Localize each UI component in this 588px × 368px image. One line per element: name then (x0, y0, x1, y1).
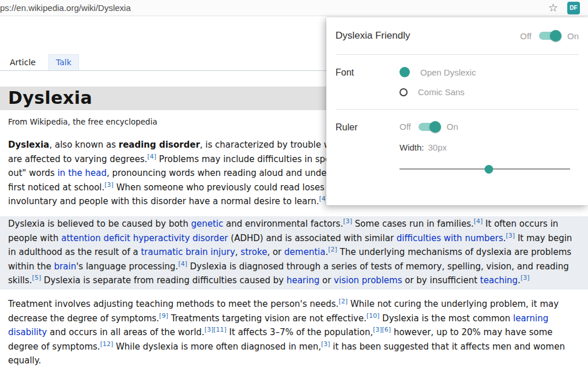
toggle-knob[interactable] (550, 30, 561, 42)
text-run: It affects 3–7% of the population, (227, 327, 373, 337)
ruler-toggle-switch[interactable] (419, 123, 439, 131)
wiki-link[interactable]: difficulties with numbers (397, 233, 503, 243)
ruler-toggle-off-label: Off (399, 122, 411, 132)
popup-header: Dyslexia Friendly Off On (336, 17, 579, 54)
font-section: Font Open DyslexicComic Sans (336, 55, 579, 109)
text-run: 's language processing. (76, 261, 178, 272)
reference-link[interactable]: [9] (159, 312, 168, 320)
reference-link[interactable]: [5] (32, 274, 42, 281)
master-toggle-off-label: Off (520, 31, 532, 41)
toggle-knob[interactable] (429, 121, 441, 133)
wiki-link[interactable]: genetic (191, 219, 223, 229)
ruler-section-label: Ruler (336, 122, 399, 174)
reference-link[interactable]: [3] (373, 326, 382, 333)
font-options: Open DyslexicComic Sans (399, 67, 476, 97)
wiki-link[interactable]: traumatic brain injury (141, 247, 235, 257)
reference-link[interactable]: [2] (328, 246, 337, 253)
ruler-controls: Off On Width:30px (399, 122, 579, 174)
font-option-comic-sans[interactable]: Comic Sans (399, 87, 476, 97)
text-run: and occurs in all areas of the world. (47, 327, 204, 337)
ruler-width-label: Width:30px (399, 142, 579, 152)
wiki-link[interactable]: stroke (240, 247, 267, 257)
master-toggle-group: Off On (520, 31, 579, 41)
ruler-section: Ruler Off On Width:30px (336, 110, 579, 186)
master-toggle-switch[interactable] (539, 32, 560, 40)
bookmark-star-icon[interactable]: ☆ (548, 2, 558, 13)
article-paragraph: Dyslexia is believed to be caused by bot… (0, 216, 588, 290)
wiki-link[interactable]: brain (54, 261, 77, 272)
text-run: Some cases run in families. (352, 219, 474, 229)
text-run: reading disorder (119, 140, 200, 150)
reference-link[interactable]: [3] (104, 181, 114, 189)
reference-link[interactable]: [11] (213, 326, 227, 333)
browser-chrome: ps://en.wikipedia.org/wiki/Dyslexia ☆ DF (0, 0, 588, 16)
wiki-link[interactable]: dementia (284, 247, 325, 257)
wiki-link[interactable]: teaching (480, 275, 518, 286)
chrome-actions: ☆ DF (548, 2, 588, 14)
font-option-label: Open Dyslexic (420, 67, 476, 77)
radio-unselected-icon[interactable] (399, 88, 408, 96)
wiki-link[interactable]: vision problems (334, 275, 402, 286)
text-run: and environmental factors. (223, 219, 343, 229)
wiki-link[interactable]: in the head (58, 168, 107, 178)
text-run: While dyslexia is more often diagnosed i… (113, 341, 321, 352)
font-option-label: Comic Sans (418, 87, 465, 97)
ruler-width-value: 30px (428, 142, 447, 152)
reference-link[interactable]: [4] (178, 260, 187, 268)
text-run: or (319, 275, 334, 286)
text-run: Treatment involves adjusting teaching me… (8, 299, 338, 309)
reference-link[interactable]: [4] (147, 153, 156, 160)
wiki-link[interactable]: hearing (287, 275, 319, 286)
ruler-width-key: Width: (399, 142, 424, 152)
text-run: Dyslexia is the most common (379, 313, 513, 324)
text-run: Dyslexia is believed to be caused by bot… (8, 219, 191, 229)
radio-selected-icon[interactable] (399, 67, 410, 77)
text-run: Treatments targeting vision are not effe… (168, 313, 367, 324)
wiki-link[interactable]: attention deficit hyperactivity disorder (61, 233, 228, 243)
popup-title: Dyslexia Friendly (336, 30, 410, 42)
ruler-toggle-on-label: On (447, 122, 458, 132)
reference-link[interactable]: [3] (205, 326, 214, 333)
reference-link[interactable]: [3] (321, 340, 330, 348)
text-run: (ADHD) and is associated with similar (228, 233, 397, 243)
ruler-toggle-group: Off On (399, 122, 579, 132)
reference-link[interactable]: [10] (367, 312, 380, 320)
ruler-slider-thumb[interactable] (485, 165, 493, 174)
reference-link[interactable]: [2] (338, 298, 348, 305)
article-paragraph: Treatment involves adjusting teaching me… (8, 297, 580, 368)
font-section-label: Font (336, 67, 399, 97)
reference-link[interactable]: [6] (382, 326, 391, 333)
reference-link[interactable]: [3] (343, 217, 352, 225)
reference-link[interactable]: [3] (506, 232, 515, 239)
text-run: , also known as (49, 140, 118, 150)
text-run: Dyslexia (8, 140, 49, 150)
reference-link[interactable]: [12] (100, 340, 114, 348)
ruler-width-slider[interactable] (399, 164, 570, 174)
tab-talk[interactable]: Talk (48, 54, 79, 70)
text-run: Dyslexia is separate from reading diffic… (41, 275, 287, 286)
dyslexia-friendly-popup: Dyslexia Friendly Off On Font Open Dysle… (326, 17, 588, 205)
tab-article[interactable]: Article (3, 55, 43, 70)
address-bar[interactable]: ps://en.wikipedia.org/wiki/Dyslexia (0, 3, 131, 13)
text-run: , or (267, 247, 284, 257)
extension-icon[interactable]: DF (567, 2, 580, 14)
font-option-open-dyslexic[interactable]: Open Dyslexic (399, 67, 476, 77)
reference-link[interactable]: [3] (521, 274, 530, 281)
text-run: or by insufficient (402, 275, 480, 286)
text-run: , (235, 247, 241, 257)
master-toggle-on-label: On (567, 31, 579, 41)
reference-link[interactable]: [4] (474, 217, 483, 225)
